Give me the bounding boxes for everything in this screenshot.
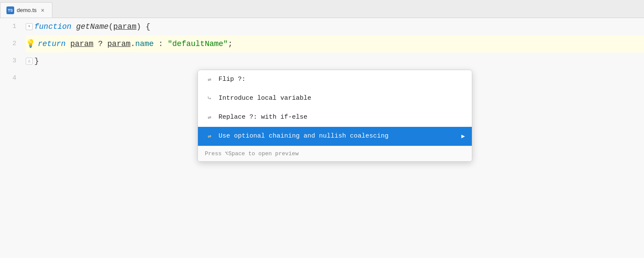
submenu-arrow-icon: ▶: [462, 128, 465, 145]
menu-item-replace-if[interactable]: ⇌ Replace ?: with if-else: [198, 108, 472, 127]
param-name: param: [113, 18, 137, 35]
closing-brace: }: [34, 52, 39, 70]
introduce-var-icon: ⤷: [205, 94, 214, 103]
line-number-gutter: 1 2 3 4: [0, 18, 26, 258]
lightbulb-icon[interactable]: 💡: [26, 35, 35, 52]
ternary-op: ?: [94, 35, 107, 52]
code-area: ▾ function getName ( param ) { 💡 return …: [26, 18, 644, 258]
menu-hint: Press ⌥Space to open preview: [198, 146, 472, 161]
ts-badge: TS: [6, 6, 14, 14]
code-line-2: 💡 return param ? param . name : "default…: [26, 35, 644, 52]
keyword-function: function: [34, 18, 71, 35]
space2: [66, 35, 70, 52]
paren-open: (: [109, 18, 113, 35]
tab-filename: demo.ts: [17, 7, 36, 13]
space: [71, 18, 76, 35]
quick-fix-menu: ⇌ Flip ?: ⤷ Introduce local variable ⇌ R…: [197, 70, 472, 162]
tab-bar: TS demo.ts ×: [0, 0, 644, 18]
line-number-3: 3: [0, 52, 21, 70]
tab-close-button[interactable]: ×: [39, 7, 46, 14]
prop-name: name: [135, 35, 154, 52]
semicolon: ;: [228, 35, 233, 52]
line-number-4: 4: [0, 70, 21, 87]
menu-item-optional-chaining[interactable]: ⇌ Use optional chaining and nullish coal…: [198, 127, 472, 146]
flip-icon: ⇌: [205, 75, 214, 84]
param-ref-2: param: [107, 35, 131, 52]
replace-if-icon: ⇌: [205, 113, 214, 122]
param-ref-1: param: [70, 35, 94, 52]
line-number-2: 2: [0, 35, 21, 52]
code-line-3: △ }: [26, 52, 644, 70]
paren-close-brace: ) {: [137, 18, 150, 35]
menu-item-replace-if-label: Replace ?: with if-else: [219, 109, 307, 126]
optional-chaining-icon: ⇌: [205, 132, 214, 141]
menu-item-introduce-var-label: Introduce local variable: [219, 90, 311, 107]
dot: .: [131, 35, 135, 52]
fold-button-3[interactable]: △: [26, 58, 33, 64]
editor-window: TS demo.ts × 1 2 3 4 ▾ function getName …: [0, 0, 644, 258]
colon-op: :: [154, 35, 167, 52]
menu-item-flip-label: Flip ?:: [219, 71, 246, 88]
function-name: getName: [76, 18, 109, 35]
menu-hint-text: Press ⌥Space to open preview: [205, 145, 298, 162]
editor-area: 1 2 3 4 ▾ function getName ( param ) { 💡…: [0, 18, 644, 258]
line-number-1: 1: [0, 18, 21, 35]
file-tab[interactable]: TS demo.ts ×: [0, 2, 52, 18]
code-line-1: ▾ function getName ( param ) {: [26, 18, 644, 35]
menu-item-introduce-var[interactable]: ⤷ Introduce local variable: [198, 89, 472, 108]
string-literal: "defaultName": [168, 35, 228, 52]
menu-item-optional-chaining-label: Use optional chaining and nullish coales…: [219, 128, 389, 145]
menu-item-flip[interactable]: ⇌ Flip ?:: [198, 70, 472, 89]
fold-button-1[interactable]: ▾: [26, 23, 33, 30]
keyword-return: return: [38, 35, 66, 52]
